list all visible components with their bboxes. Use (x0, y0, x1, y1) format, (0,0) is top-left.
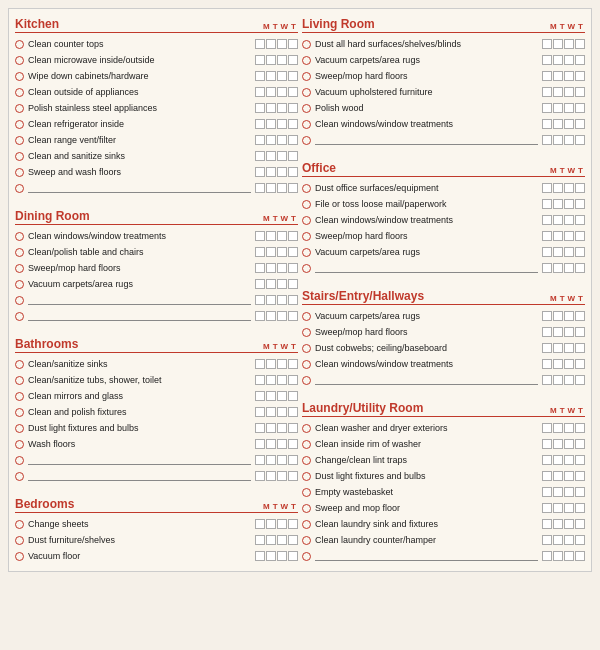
blank-circle[interactable] (302, 136, 311, 145)
checkbox-box[interactable] (553, 503, 563, 513)
checkbox-box[interactable] (288, 119, 298, 129)
checkbox-box[interactable] (553, 471, 563, 481)
checkbox-box[interactable] (575, 375, 585, 385)
checkbox-box[interactable] (575, 247, 585, 257)
item-circle[interactable] (302, 88, 311, 97)
checkbox-box[interactable] (542, 183, 552, 193)
checkbox-box[interactable] (564, 487, 574, 497)
checkbox-box[interactable] (255, 311, 265, 321)
checkbox-box[interactable] (564, 455, 574, 465)
checkbox-box[interactable] (266, 167, 276, 177)
checkbox-box[interactable] (288, 295, 298, 305)
checkbox-box[interactable] (277, 311, 287, 321)
checkbox-box[interactable] (542, 311, 552, 321)
checkbox-box[interactable] (553, 551, 563, 561)
checkbox-box[interactable] (288, 535, 298, 545)
checkbox-box[interactable] (266, 439, 276, 449)
checkbox-box[interactable] (266, 359, 276, 369)
checkbox-box[interactable] (553, 103, 563, 113)
checkbox-box[interactable] (277, 167, 287, 177)
checkbox-box[interactable] (288, 519, 298, 529)
checkbox-box[interactable] (277, 423, 287, 433)
checkbox-box[interactable] (542, 119, 552, 129)
checkbox-box[interactable] (255, 231, 265, 241)
checkbox-box[interactable] (266, 519, 276, 529)
item-circle[interactable] (15, 440, 24, 449)
checkbox-box[interactable] (288, 407, 298, 417)
checkbox-box[interactable] (575, 55, 585, 65)
checkbox-box[interactable] (575, 183, 585, 193)
checkbox-box[interactable] (288, 551, 298, 561)
checkbox-box[interactable] (255, 471, 265, 481)
checkbox-box[interactable] (266, 375, 276, 385)
checkbox-box[interactable] (564, 471, 574, 481)
checkbox-box[interactable] (255, 71, 265, 81)
item-circle[interactable] (302, 40, 311, 49)
checkbox-box[interactable] (542, 103, 552, 113)
checkbox-box[interactable] (542, 247, 552, 257)
checkbox-box[interactable] (575, 519, 585, 529)
checkbox-box[interactable] (575, 471, 585, 481)
checkbox-box[interactable] (564, 359, 574, 369)
item-circle[interactable] (302, 216, 311, 225)
item-circle[interactable] (15, 536, 24, 545)
checkbox-box[interactable] (542, 135, 552, 145)
checkbox-box[interactable] (575, 503, 585, 513)
checkbox-box[interactable] (255, 135, 265, 145)
checkbox-box[interactable] (277, 247, 287, 257)
checkbox-box[interactable] (553, 439, 563, 449)
checkbox-box[interactable] (277, 55, 287, 65)
checkbox-box[interactable] (288, 135, 298, 145)
checkbox-box[interactable] (564, 551, 574, 561)
checkbox-box[interactable] (575, 263, 585, 273)
item-circle[interactable] (302, 184, 311, 193)
checkbox-box[interactable] (575, 455, 585, 465)
checkbox-box[interactable] (266, 455, 276, 465)
checkbox-box[interactable] (277, 119, 287, 129)
checkbox-box[interactable] (575, 135, 585, 145)
checkbox-box[interactable] (255, 167, 265, 177)
checkbox-box[interactable] (564, 135, 574, 145)
checkbox-box[interactable] (564, 199, 574, 209)
checkbox-box[interactable] (553, 311, 563, 321)
item-circle[interactable] (302, 328, 311, 337)
checkbox-box[interactable] (553, 231, 563, 241)
checkbox-box[interactable] (542, 87, 552, 97)
checkbox-box[interactable] (266, 247, 276, 257)
checkbox-box[interactable] (255, 151, 265, 161)
checkbox-box[interactable] (266, 87, 276, 97)
checkbox-box[interactable] (277, 263, 287, 273)
checkbox-box[interactable] (277, 295, 287, 305)
checkbox-box[interactable] (266, 39, 276, 49)
item-circle[interactable] (15, 424, 24, 433)
item-circle[interactable] (15, 360, 24, 369)
item-circle[interactable] (15, 520, 24, 529)
item-circle[interactable] (302, 312, 311, 321)
checkbox-box[interactable] (553, 199, 563, 209)
checkbox-box[interactable] (255, 183, 265, 193)
item-circle[interactable] (15, 56, 24, 65)
checkbox-box[interactable] (553, 135, 563, 145)
checkbox-box[interactable] (575, 103, 585, 113)
checkbox-box[interactable] (288, 151, 298, 161)
item-circle[interactable] (302, 472, 311, 481)
checkbox-box[interactable] (542, 487, 552, 497)
checkbox-box[interactable] (277, 391, 287, 401)
checkbox-box[interactable] (255, 359, 265, 369)
checkbox-box[interactable] (542, 535, 552, 545)
checkbox-box[interactable] (255, 423, 265, 433)
checkbox-box[interactable] (553, 343, 563, 353)
checkbox-box[interactable] (288, 455, 298, 465)
checkbox-box[interactable] (542, 503, 552, 513)
checkbox-box[interactable] (542, 39, 552, 49)
checkbox-box[interactable] (564, 231, 574, 241)
checkbox-box[interactable] (277, 151, 287, 161)
checkbox-box[interactable] (564, 183, 574, 193)
checkbox-box[interactable] (564, 343, 574, 353)
item-circle[interactable] (302, 232, 311, 241)
checkbox-box[interactable] (553, 263, 563, 273)
checkbox-box[interactable] (564, 55, 574, 65)
item-circle[interactable] (15, 248, 24, 257)
checkbox-box[interactable] (255, 119, 265, 129)
item-circle[interactable] (302, 56, 311, 65)
